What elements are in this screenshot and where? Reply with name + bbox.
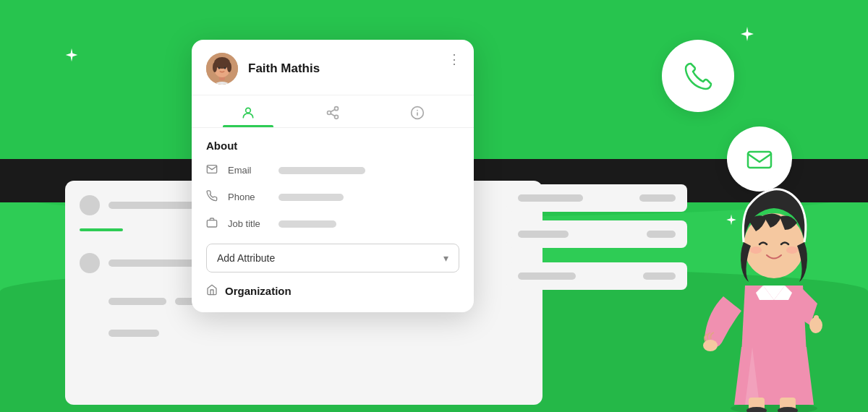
svg-point-31 bbox=[750, 246, 762, 254]
phone-value bbox=[278, 194, 344, 201]
svg-rect-0 bbox=[748, 152, 771, 168]
svg-point-22 bbox=[703, 340, 718, 351]
email-field-row: Email bbox=[206, 163, 459, 177]
organization-title: Organization bbox=[225, 285, 292, 297]
tab-info[interactable] bbox=[375, 95, 459, 127]
email-value bbox=[278, 167, 365, 174]
sparkle-icon-1 bbox=[739, 25, 756, 43]
menu-dots-button[interactable]: ⋮ bbox=[448, 51, 461, 67]
svg-rect-24 bbox=[814, 315, 819, 325]
sparkle-icon-2 bbox=[64, 47, 80, 63]
about-section-title: About bbox=[206, 140, 459, 152]
phone-circle-icon bbox=[662, 40, 734, 112]
email-label: Email bbox=[228, 165, 271, 176]
card-header: Faith Mathis ⋮ bbox=[192, 40, 474, 95]
svg-rect-20 bbox=[207, 220, 216, 227]
card-tabs bbox=[192, 95, 474, 128]
svg-point-8 bbox=[218, 67, 221, 69]
svg-point-32 bbox=[786, 246, 798, 254]
svg-line-14 bbox=[331, 113, 335, 116]
email-field-icon bbox=[206, 163, 221, 177]
contact-card: Faith Mathis ⋮ bbox=[192, 40, 474, 312]
tab-share[interactable] bbox=[291, 95, 375, 127]
add-attribute-label: Add Attribute bbox=[217, 252, 275, 264]
organization-section: Organization bbox=[206, 284, 459, 298]
job-title-value bbox=[278, 220, 336, 228]
svg-point-10 bbox=[246, 108, 251, 113]
card-body: About Email Phone bbox=[192, 128, 474, 312]
svg-line-15 bbox=[331, 109, 335, 111]
phone-field-icon bbox=[206, 190, 221, 204]
add-attribute-button[interactable]: Add Attribute ▾ bbox=[206, 244, 459, 272]
character-illustration bbox=[694, 181, 854, 412]
svg-point-9 bbox=[224, 67, 226, 69]
organization-icon bbox=[206, 284, 218, 298]
contact-name: Faith Mathis bbox=[248, 61, 459, 76]
phone-label: Phone bbox=[228, 192, 271, 202]
tab-profile[interactable] bbox=[206, 95, 291, 127]
svg-point-7 bbox=[227, 62, 231, 72]
job-title-field-icon bbox=[206, 217, 221, 231]
job-title-label: Job title bbox=[228, 218, 271, 229]
chevron-down-icon: ▾ bbox=[443, 252, 448, 264]
svg-point-6 bbox=[213, 62, 217, 72]
job-title-field-row: Job title bbox=[206, 217, 459, 231]
phone-field-row: Phone bbox=[206, 190, 459, 204]
avatar bbox=[206, 53, 238, 85]
bg-right-cards bbox=[506, 184, 687, 299]
